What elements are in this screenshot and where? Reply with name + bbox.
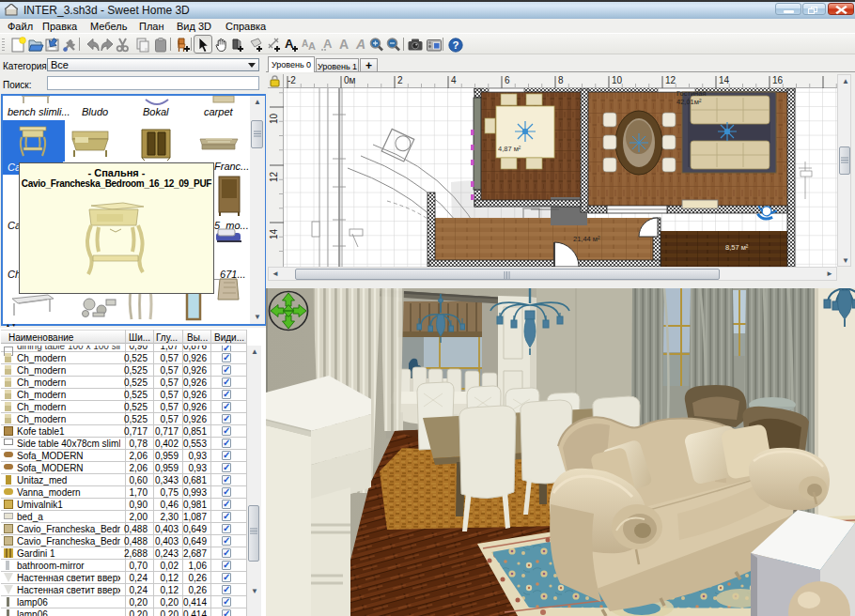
svg-text:4,87 м²: 4,87 м²: [498, 145, 521, 153]
svg-text:42,01м²: 42,01м²: [676, 98, 702, 106]
svg-text:A: A: [308, 40, 316, 52]
svg-text:A: A: [339, 37, 349, 52]
svg-text:8,57 м²: 8,57 м²: [725, 243, 749, 252]
svg-text:A: A: [355, 37, 365, 52]
svg-text:12: 12: [269, 171, 279, 182]
svg-text:?: ?: [452, 39, 459, 51]
svg-text:10: 10: [269, 113, 279, 124]
svg-text:14: 14: [269, 228, 279, 239]
svg-text:A: A: [323, 37, 333, 51]
svg-text:21,44 м²: 21,44 м²: [573, 235, 600, 243]
svg-text:Гостиная: Гостиная: [676, 89, 706, 98]
